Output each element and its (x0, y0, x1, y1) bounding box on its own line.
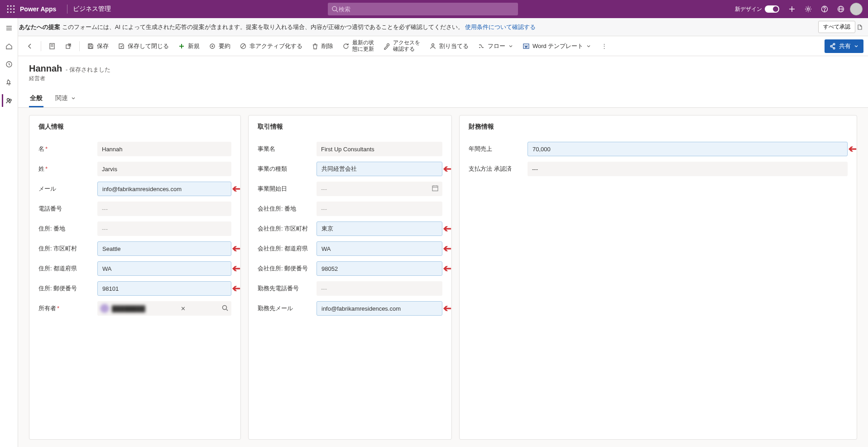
brand-label: Power Apps (20, 5, 56, 13)
copilot-icon[interactable] (855, 23, 864, 32)
svg-point-8 (13, 11, 14, 13)
svg-point-3 (7, 8, 9, 10)
gear-icon[interactable] (801, 2, 815, 16)
banner-text: あなたへの提案 このフォームには、AI によって生成された応答の提案が含まれます… (19, 23, 536, 31)
svg-point-7 (10, 11, 11, 13)
header-divider (67, 5, 67, 14)
svg-point-2 (13, 5, 14, 7)
banner-link[interactable]: 使用条件について確認する (465, 24, 536, 30)
svg-point-6 (7, 11, 9, 13)
app-name-label: ビジネス管理 (73, 5, 111, 13)
svg-line-10 (336, 10, 338, 12)
svg-point-0 (7, 5, 9, 7)
svg-point-1 (10, 5, 11, 7)
approve-all-button[interactable]: すべて承認 (818, 21, 855, 33)
new-design-label: 新デザイン (735, 5, 762, 13)
waffle-icon[interactable] (4, 2, 18, 16)
user-avatar[interactable] (850, 3, 863, 15)
app-header: Power Apps ビジネス管理 新デザイン (0, 0, 868, 18)
left-nav-rail (0, 18, 18, 36)
globe-icon[interactable] (834, 2, 848, 16)
toggle-icon[interactable] (765, 5, 779, 13)
svg-point-15 (824, 10, 825, 11)
svg-point-4 (10, 8, 11, 10)
search-input[interactable] (339, 6, 515, 13)
global-search[interactable] (328, 3, 518, 15)
hamburger-icon[interactable] (3, 22, 15, 34)
add-icon[interactable] (785, 2, 799, 16)
ai-suggestion-banner: あなたへの提案 このフォームには、AI によって生成された応答の提案が含まれます… (0, 18, 868, 36)
new-design-toggle[interactable]: 新デザイン (735, 5, 779, 13)
svg-point-5 (13, 8, 14, 10)
svg-point-13 (807, 8, 809, 10)
help-icon[interactable] (817, 2, 832, 16)
svg-point-9 (332, 6, 337, 11)
